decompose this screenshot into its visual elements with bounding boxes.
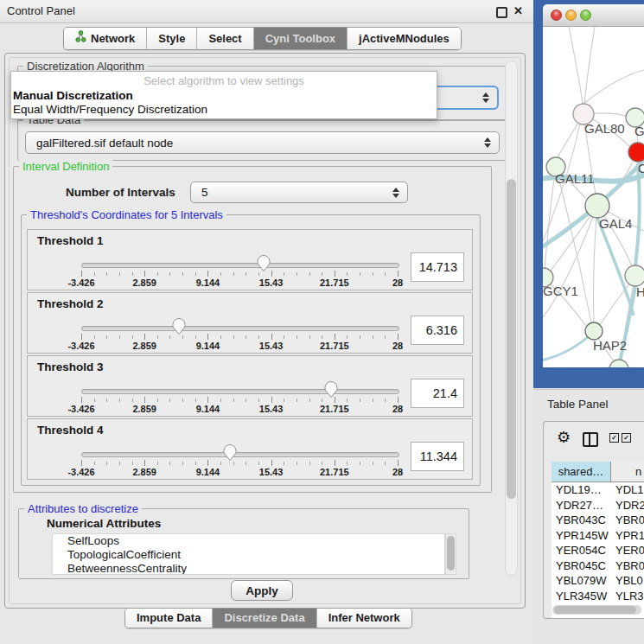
minimize-light[interactable] <box>565 10 577 21</box>
slider-tick <box>385 272 386 276</box>
algorithm-placeholder: Select algorithm to view settings <box>11 74 437 87</box>
attribute-item[interactable]: SelfLoops <box>53 534 444 548</box>
interval-definition-group: Interval Definition Number of Intervals … <box>13 166 492 493</box>
panel-scrollbar-thumb[interactable] <box>507 179 516 499</box>
slider-thumb[interactable] <box>222 443 238 465</box>
slider-tick <box>81 397 82 403</box>
close-light[interactable] <box>551 10 562 21</box>
gear-icon[interactable]: ⚙ <box>557 428 571 447</box>
slider-track[interactable] <box>81 452 399 457</box>
threshold-value-field[interactable]: 14.713 <box>411 252 464 282</box>
slider-track[interactable] <box>81 263 399 268</box>
cell-shared-name: YPR145W <box>552 528 611 544</box>
network-node-bottom-node[interactable] <box>609 360 628 367</box>
slider-tick <box>398 334 399 340</box>
network-edge[interactable] <box>569 27 583 104</box>
network-edge[interactable] <box>556 167 591 322</box>
slider-tick <box>195 272 196 276</box>
network-edge[interactable] <box>584 27 595 104</box>
bottom-tab-discretize-data[interactable]: Discretize Data <box>212 609 316 628</box>
table-row[interactable]: YDL19…YDL1 <box>552 482 644 498</box>
network-edge-highlighted[interactable] <box>543 332 594 360</box>
slider-tick <box>284 335 284 339</box>
checkbox-icon[interactable]: ✓ <box>609 433 619 443</box>
attributes-scrollbar-thumb[interactable] <box>447 536 455 571</box>
bottom-tab-label: Impute Data <box>137 609 201 628</box>
table-data-combo[interactable]: galFiltered.sif default node <box>25 131 500 154</box>
checkbox-icon[interactable]: ✓ <box>622 433 631 443</box>
attributes-legend: Attributes to discretize <box>24 502 142 515</box>
slider-thumb[interactable] <box>256 254 271 276</box>
network-edge-highlighted[interactable] <box>597 218 634 316</box>
attribute-item[interactable]: TopologicalCoefficient <box>53 548 444 562</box>
node-label-red-node: C <box>638 161 644 175</box>
threshold-value-field[interactable]: 6.316 <box>411 316 464 345</box>
table-row[interactable]: YER054CYER0 <box>552 543 644 558</box>
algorithm-option-equal-width[interactable]: Equal Width/Frequency Discretization <box>13 103 207 116</box>
table-row[interactable]: YBL079WYBL0 <box>552 573 644 589</box>
network-view-window[interactable]: GAL80GACGAL11GAL4GCY1HHAP2 <box>533 0 644 388</box>
table-row[interactable]: YBR045CYBR0 <box>552 558 644 574</box>
node-label-GAL80: GAL80 <box>584 121 625 136</box>
slider-track[interactable] <box>81 326 399 331</box>
column-header-name[interactable]: n <box>611 462 644 482</box>
table-row[interactable]: YBR043CYBR0 <box>552 513 644 528</box>
threshold-label: Threshold 2 <box>37 297 104 310</box>
network-window-titlebar[interactable] <box>543 4 644 27</box>
slider-tick <box>335 271 335 277</box>
slider-tick <box>144 334 145 340</box>
slider-tick <box>347 335 348 339</box>
table-horizontal-scrollbar[interactable] <box>552 605 641 615</box>
slider-tick <box>94 335 95 339</box>
attributes-scrollbar[interactable] <box>445 533 456 575</box>
bottom-tab-infer-network[interactable]: Infer Network <box>316 609 411 628</box>
panel-scrollbar[interactable] <box>505 61 518 576</box>
slider-tick-label: -3.426 <box>67 341 94 351</box>
table-row[interactable]: YLR345WYLR3 <box>552 589 644 604</box>
float-window-icon[interactable] <box>496 7 507 18</box>
network-node-H-partial[interactable] <box>625 265 644 286</box>
numerical-attributes-list[interactable]: SelfLoopsTopologicalCoefficientBetweenne… <box>52 533 445 575</box>
slider-tick <box>169 399 170 402</box>
attribute-item[interactable]: BetweennessCentrality <box>53 562 444 575</box>
tab-style[interactable]: Style <box>146 28 196 49</box>
zoom-light[interactable] <box>580 10 591 21</box>
network-node-red-node[interactable] <box>628 143 644 162</box>
slider-tick <box>169 335 170 339</box>
threshold-value-field[interactable]: 11.344 <box>411 442 464 471</box>
network-node-GAL4[interactable] <box>585 194 609 218</box>
close-icon[interactable]: ✕ <box>513 4 523 17</box>
num-intervals-combo[interactable]: 5 <box>190 182 408 203</box>
slider-tick <box>94 399 95 402</box>
tab-cyni-toolbox[interactable]: Cyni Toolbox <box>253 28 347 49</box>
tab-select[interactable]: Select <box>196 28 252 49</box>
tab-network[interactable]: Network <box>64 28 146 49</box>
table-row[interactable]: YDR27…YDR2 <box>552 498 644 513</box>
slider-tick-label: 15.43 <box>259 341 284 351</box>
threshold-value-field[interactable]: 21.4 <box>411 379 464 408</box>
slider-tick <box>132 272 133 276</box>
apply-button[interactable]: Apply <box>231 580 293 601</box>
slider-track[interactable] <box>81 389 399 394</box>
network-edge[interactable] <box>594 206 598 322</box>
network-edge[interactable] <box>583 70 644 104</box>
bottom-tab-impute-data[interactable]: Impute Data <box>125 609 212 628</box>
split-columns-icon[interactable] <box>583 432 598 447</box>
slider-tick <box>398 397 399 403</box>
slider-thumb[interactable] <box>171 317 187 339</box>
slider-tick <box>144 460 145 466</box>
cell-name: YBR0 <box>611 513 644 528</box>
table-hscroll-thumb[interactable] <box>554 606 636 614</box>
network-edge[interactable] <box>543 206 597 317</box>
slider-thumb[interactable] <box>323 380 339 402</box>
slider-tick <box>106 335 107 339</box>
column-visibility-icons[interactable]: ✓ ✓ <box>609 433 631 443</box>
network-node-HAP2[interactable] <box>585 322 603 340</box>
tab-jactivemnodules[interactable]: jActiveMNodules <box>347 28 461 49</box>
algorithm-option-manual[interactable]: Manual Discretization <box>13 89 133 102</box>
network-canvas[interactable]: GAL80GACGAL11GAL4GCY1HHAP2 <box>543 27 644 367</box>
table-row[interactable]: YPR145WYPR1 <box>552 528 644 544</box>
slider-tick-label: -3.426 <box>67 277 94 288</box>
column-header-shared-name[interactable]: shared… <box>552 462 611 482</box>
tab-label: Cyni Toolbox <box>265 28 335 49</box>
